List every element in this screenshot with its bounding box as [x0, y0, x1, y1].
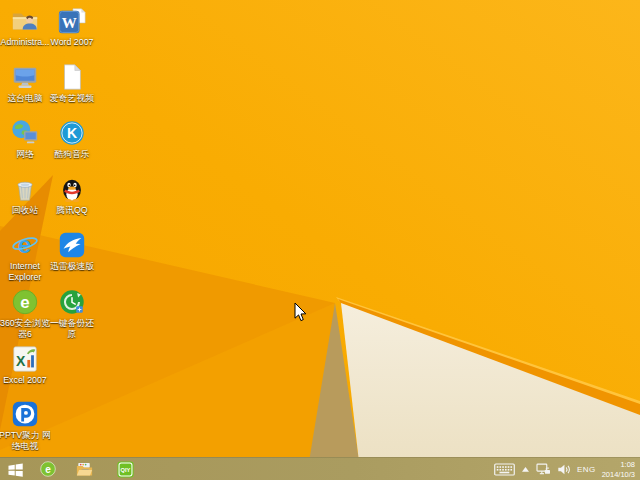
- svg-text:X: X: [16, 353, 26, 369]
- desktop-icon-label: 酷狗音乐: [46, 149, 98, 160]
- desktop-icon-network[interactable]: 网络: [2, 118, 48, 160]
- desktop-icon-label: 360安全浏览器6: [0, 318, 51, 339]
- excel-2007-icon: X: [10, 344, 40, 374]
- network-status-icon[interactable]: [536, 463, 551, 476]
- clock[interactable]: 1:08 2014/10/3: [602, 460, 637, 479]
- kugou-music-icon: K: [57, 118, 87, 148]
- desktop-icon-label: 腾讯QQ: [46, 205, 98, 216]
- desktop-icon-label: 这台电脑: [0, 93, 51, 104]
- taskbar-file-explorer-button[interactable]: [72, 459, 96, 480]
- desktop-icon-label: PPTV聚力 网络电视: [0, 430, 51, 451]
- wallpaper: [0, 0, 640, 480]
- desktop-icon-thunder-speed[interactable]: 迅雷极速版: [49, 230, 95, 272]
- desktop-icon-pptv[interactable]: PPTV聚力 网络电视: [2, 399, 48, 451]
- volume-icon[interactable]: [557, 463, 571, 476]
- desktop-icon-label: Administra...: [0, 37, 51, 48]
- desktop-icon-iqiyi-video-doc[interactable]: 爱奇艺视频: [49, 62, 95, 104]
- desktop-icon-kugou-music[interactable]: K 酷狗音乐: [49, 118, 95, 160]
- taskbar-iqiyi-button[interactable]: QIY: [113, 459, 137, 480]
- desktop-icon-word-2007[interactable]: W Word 2007: [49, 6, 95, 48]
- desktop-icon-administrator-folder[interactable]: Administra...: [2, 6, 48, 48]
- desktop-icon-label: Internet Explorer: [0, 261, 51, 282]
- svg-text:e: e: [45, 464, 51, 475]
- desktop-icon-excel-2007[interactable]: X Excel 2007: [2, 344, 48, 386]
- svg-text:e: e: [18, 231, 32, 258]
- desktop-icon-browser-360[interactable]: e 360安全浏览器6: [2, 287, 48, 339]
- desktop-icon-internet-explorer[interactable]: e Internet Explorer: [2, 230, 48, 282]
- browser-360-icon: e: [10, 287, 40, 317]
- this-pc-icon: [10, 62, 40, 92]
- desktop-icon-label: Excel 2007: [0, 375, 51, 386]
- desktop-icon-label: 回收站: [0, 205, 51, 216]
- touch-keyboard-icon[interactable]: [494, 463, 515, 476]
- desktop-icon-label: 网络: [0, 149, 51, 160]
- word-2007-icon: W: [57, 6, 87, 36]
- desktop-icon-label: 迅雷极速版: [46, 261, 98, 272]
- svg-text:W: W: [62, 15, 77, 31]
- start-button[interactable]: [3, 459, 27, 480]
- clock-time: 1:08: [602, 460, 635, 470]
- svg-text:K: K: [67, 125, 78, 141]
- desktop-icon-onekey-backup[interactable]: 一键备份还原: [49, 287, 95, 339]
- taskbar: e QIY ENG 1:08: [0, 457, 640, 480]
- network-icon: [10, 118, 40, 148]
- svg-text:QIY: QIY: [120, 466, 130, 472]
- tencent-qq-icon: [57, 174, 87, 204]
- desktop-icon-tencent-qq[interactable]: 腾讯QQ: [49, 174, 95, 216]
- desktop-icon-label: 一键备份还原: [46, 318, 98, 339]
- language-indicator[interactable]: ENG: [577, 465, 596, 474]
- administrator-folder-icon: [10, 6, 40, 36]
- system-tray: ENG 1:08 2014/10/3: [494, 458, 637, 480]
- desktop-icon-recycle-bin[interactable]: 回收站: [2, 174, 48, 216]
- show-hidden-icons-icon[interactable]: [521, 466, 530, 473]
- pptv-icon: [10, 399, 40, 429]
- desktop-icon-label: Word 2007: [46, 37, 98, 48]
- svg-text:e: e: [20, 293, 29, 312]
- desktop-icon-label: 爱奇艺视频: [46, 93, 98, 104]
- taskbar-360-browser-button[interactable]: e: [36, 459, 60, 480]
- desktop-icon-this-pc[interactable]: 这台电脑: [2, 62, 48, 104]
- internet-explorer-icon: e: [10, 230, 40, 260]
- desktop-background[interactable]: Administra... W Word 2007 这台电脑 爱奇艺视频 网络 …: [0, 0, 640, 480]
- recycle-bin-icon: [10, 174, 40, 204]
- iqiyi-video-doc-icon: [57, 62, 87, 92]
- clock-date: 2014/10/3: [602, 470, 635, 480]
- onekey-backup-icon: [57, 287, 87, 317]
- thunder-speed-icon: [57, 230, 87, 260]
